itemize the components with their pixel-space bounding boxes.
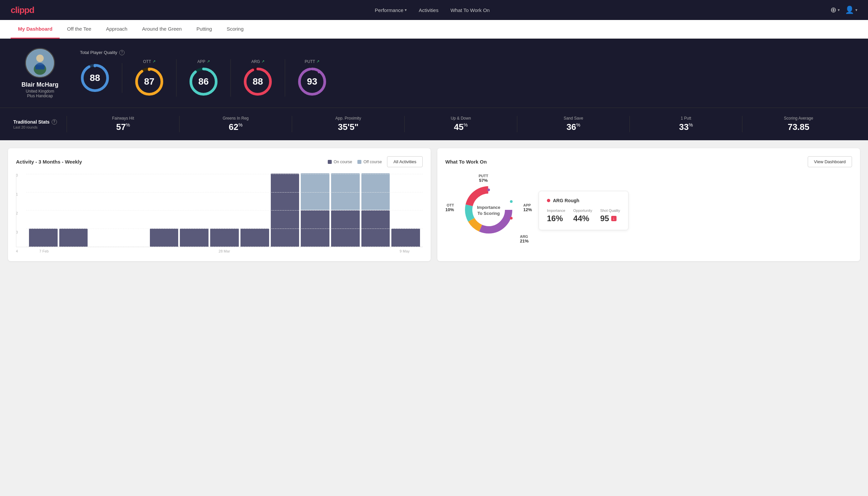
stat-greens-in-reg: Greens In Reg 62%	[179, 116, 292, 132]
user-menu-button[interactable]: 👤 ▾	[845, 6, 857, 14]
chevron-down-icon: ▾	[405, 7, 407, 12]
bar-group	[391, 229, 420, 247]
tab-bar: My Dashboard Off the Tee Approach Around…	[0, 20, 868, 38]
score-value-putt: 93	[307, 76, 317, 87]
tab-around-the-green[interactable]: Around the Green	[135, 20, 189, 38]
stat-name: Sand Save	[564, 116, 583, 121]
svg-point-16	[251, 68, 254, 71]
stat-1-putt: 1 Putt 33%	[630, 116, 742, 132]
trad-stats-subtitle: Last 20 rounds	[13, 125, 67, 129]
x-label-mar: 28 Mar	[206, 249, 242, 253]
add-button[interactable]: ⊕ ▾	[830, 6, 840, 14]
ring-total: 88	[80, 63, 110, 93]
svg-point-10	[148, 68, 151, 71]
scores-area: Total Player Quality ? 88	[80, 50, 855, 97]
donut-label-putt: OTT 10%	[445, 203, 454, 212]
metric-label: Importance	[547, 208, 565, 213]
stat-scoring-average: Scoring Average 73.85	[742, 116, 855, 132]
activity-card-title: Activity - 3 Months - Weekly	[16, 159, 82, 165]
bar-on-course	[391, 229, 420, 247]
bar-group	[240, 229, 269, 247]
legend-on-course: On course	[328, 159, 352, 164]
score-ott: OTT ↗ 87	[122, 59, 176, 97]
info-card-dot	[547, 199, 550, 202]
app-logo[interactable]: clippd	[11, 5, 34, 15]
player-info: Blair McHarg United Kingdom Plus Handica…	[13, 48, 67, 98]
score-total: 88	[80, 63, 122, 93]
x-label	[350, 249, 386, 253]
score-label-ott: OTT ↗	[143, 59, 156, 64]
nav-what-to-work-on[interactable]: What To Work On	[450, 7, 490, 13]
player-avatar	[25, 48, 55, 78]
donut-section: PUTT 57% APP 12% ARG 21% OTT	[445, 174, 852, 247]
score-label-app: APP ↗	[197, 59, 209, 64]
arg-info-card: ARG Rough Importance 16% Opportunity 44%…	[539, 191, 629, 230]
bar-on-course	[59, 229, 88, 247]
x-label	[242, 249, 279, 253]
nav-performance[interactable]: Performance ▾	[375, 7, 407, 13]
stat-name: App. Proximity	[335, 116, 361, 121]
dashboard-header: Blair McHarg United Kingdom Plus Handica…	[0, 38, 868, 108]
stat-value: 57%	[116, 122, 130, 132]
info-metric-shot-quality: Shot Quality 95 ↓	[600, 208, 620, 223]
tab-putting[interactable]: Putting	[189, 20, 220, 38]
help-icon[interactable]: ?	[119, 50, 125, 55]
score-putt: PUTT ↗ 93	[285, 59, 339, 97]
bar-on-course	[331, 210, 360, 247]
trending-up-icon: ↗	[153, 59, 156, 64]
traditional-stats-bar: Traditional Stats ? Last 20 rounds Fairw…	[0, 108, 868, 140]
y-label-4: 4	[16, 250, 18, 253]
tab-off-the-tee[interactable]: Off the Tee	[60, 20, 99, 38]
trad-stats-title: Traditional Stats ?	[13, 119, 67, 125]
view-dashboard-button[interactable]: View Dashboard	[808, 156, 852, 167]
donut-with-labels: PUTT 57% APP 12% ARG 21% OTT	[445, 174, 532, 247]
ring-ott: 87	[134, 67, 164, 97]
metric-label: Shot Quality	[600, 208, 620, 213]
bar-group	[210, 229, 239, 247]
all-activities-button[interactable]: All Activities	[387, 156, 423, 167]
x-label	[314, 249, 350, 253]
metric-value: 16%	[547, 214, 565, 223]
bar-on-course	[301, 210, 329, 247]
bar-on-course	[240, 229, 269, 247]
top-navigation: clippd Performance ▾ Activities What To …	[0, 0, 868, 20]
down-badge: ↓	[611, 216, 617, 221]
score-value-app: 86	[198, 76, 208, 87]
activity-legend: On course Off course	[328, 159, 382, 164]
stat-name: 1 Putt	[681, 116, 691, 121]
info-metric-opportunity: Opportunity 44%	[573, 208, 592, 223]
score-app: APP ↗ 86	[176, 59, 231, 97]
bar-on-course	[271, 173, 299, 247]
bar-on-course	[180, 229, 208, 247]
stat-name: Up & Down	[451, 116, 471, 121]
stat-value: 36%	[567, 122, 580, 132]
donut-label-arg: ARG 21%	[520, 234, 528, 244]
tab-scoring[interactable]: Scoring	[219, 20, 251, 38]
total-quality-label: Total Player Quality ?	[80, 50, 855, 55]
tab-my-dashboard[interactable]: My Dashboard	[11, 20, 60, 38]
chart-wrapper: 4 3 2 1 0 7 Feb	[16, 174, 423, 253]
svg-point-26	[510, 217, 512, 219]
tab-approach[interactable]: Approach	[99, 20, 135, 38]
score-label-putt: PUTT ↗	[305, 59, 319, 64]
bar-group	[331, 173, 360, 247]
ring-putt: 93	[297, 67, 327, 97]
bar-group	[271, 173, 299, 247]
svg-point-13	[208, 69, 211, 72]
nav-activities[interactable]: Activities	[419, 7, 438, 13]
legend-off-course: Off course	[358, 159, 382, 164]
score-value-arg: 88	[252, 76, 263, 87]
donut-area: PUTT 57% APP 12% ARG 21% OTT	[445, 174, 532, 247]
what-to-work-on-card: What To Work On View Dashboard PUTT 57% …	[437, 148, 860, 261]
trad-stats-label: Traditional Stats ? Last 20 rounds	[13, 119, 67, 129]
activity-chart-card: Activity - 3 Months - Weekly On course O…	[8, 148, 431, 261]
donut-label-ott: PUTT 57%	[479, 174, 488, 183]
x-label	[62, 249, 98, 253]
help-icon[interactable]: ?	[52, 119, 57, 125]
stat-value: 45%	[454, 122, 468, 132]
x-label-may: 9 May	[387, 249, 423, 253]
svg-point-19	[318, 71, 320, 73]
trending-up-icon: ↗	[207, 59, 210, 64]
legend-dot-off-course	[358, 160, 361, 164]
x-label	[170, 249, 206, 253]
